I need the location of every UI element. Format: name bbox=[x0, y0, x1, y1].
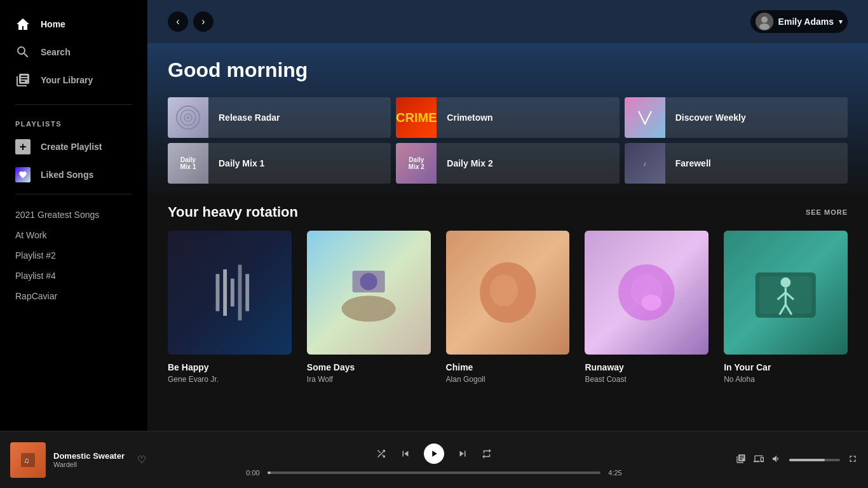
see-more-button[interactable]: SEE MORE bbox=[806, 208, 848, 216]
rotation-card-in-your-car[interactable]: In Your Car No Aloha bbox=[724, 231, 848, 384]
playlist-item[interactable]: RapCaviar bbox=[0, 286, 147, 306]
playlist-item[interactable]: 2021 Greatest Songs bbox=[0, 205, 147, 225]
svg-rect-10 bbox=[238, 265, 242, 321]
quick-pick-daily-mix-1[interactable]: DailyMix 1 Daily Mix 1 bbox=[168, 143, 391, 184]
play-pause-button[interactable] bbox=[424, 444, 444, 464]
player-track-section: ♫ Domestic Sweater Wardell ♡ bbox=[10, 442, 188, 478]
rotation-card-subtitle: Alan Gogoll bbox=[446, 375, 570, 384]
section-title-rotation: Your heavy rotation bbox=[168, 204, 298, 220]
player-track-name: Domestic Sweater bbox=[53, 451, 125, 461]
release-radar-art bbox=[168, 97, 208, 138]
create-playlist-button[interactable]: + Create Playlist bbox=[0, 133, 147, 161]
farewell-art: ♪ bbox=[625, 143, 665, 184]
search-icon bbox=[15, 44, 31, 60]
volume-button[interactable] bbox=[771, 454, 782, 466]
quick-pick-crimetown[interactable]: CRIME Crimetown bbox=[396, 97, 619, 138]
some-days-art bbox=[307, 231, 431, 355]
repeat-button[interactable] bbox=[481, 448, 492, 459]
greeting-heading: Good morning bbox=[168, 58, 848, 82]
progress-fill bbox=[268, 471, 271, 474]
svg-point-22 bbox=[781, 278, 791, 288]
playlists-section: PLAYLISTS + Create Playlist Liked Songs … bbox=[0, 110, 147, 316]
rotation-card-be-happy[interactable]: Be Happy Gene Evaro Jr. bbox=[168, 231, 292, 384]
player-artist-name: Wardell bbox=[53, 461, 125, 468]
forward-button[interactable]: › bbox=[193, 11, 214, 32]
plus-icon: + bbox=[15, 139, 31, 154]
svg-text:♫: ♫ bbox=[24, 456, 29, 465]
playlist-item[interactable]: Playlist #2 bbox=[0, 245, 147, 266]
previous-button[interactable] bbox=[400, 448, 411, 459]
svg-point-1 bbox=[761, 17, 768, 23]
daily-mix-2-art: DailyMix 2 bbox=[396, 143, 437, 184]
playlists-label: PLAYLISTS bbox=[0, 115, 147, 133]
rotation-card-subtitle: Ira Wolf bbox=[307, 375, 431, 384]
svg-point-19 bbox=[642, 295, 662, 311]
player-track-info: Domestic Sweater Wardell bbox=[53, 451, 125, 468]
crimetown-art: CRIME bbox=[396, 97, 437, 138]
quick-pick-label: Daily Mix 1 bbox=[208, 158, 275, 168]
home-icon bbox=[15, 17, 31, 32]
shuffle-button[interactable] bbox=[376, 448, 387, 459]
sidebar-item-search[interactable]: Search bbox=[0, 38, 147, 66]
avatar bbox=[756, 13, 773, 30]
rotation-card-title: Be Happy bbox=[168, 362, 292, 372]
time-current: 0:00 bbox=[243, 469, 262, 477]
user-menu[interactable]: Emily Adams ▾ bbox=[750, 10, 848, 33]
chime-art bbox=[446, 231, 570, 355]
section-header-rotation: Your heavy rotation SEE MORE bbox=[168, 204, 848, 220]
library-icon bbox=[15, 72, 31, 88]
be-happy-art bbox=[168, 231, 292, 355]
rotation-card-title: In Your Car bbox=[724, 362, 848, 372]
main-content: ‹ › Emily Adams ▾ Good morning bbox=[147, 0, 868, 431]
rotation-card-runaway[interactable]: Runaway Beast Coast bbox=[585, 231, 709, 384]
rotation-card-subtitle: No Aloha bbox=[724, 375, 848, 384]
liked-songs-icon bbox=[15, 167, 31, 182]
time-total: 4:25 bbox=[606, 469, 625, 477]
svg-point-12 bbox=[342, 296, 396, 322]
volume-fill bbox=[789, 459, 825, 461]
progress-bar[interactable] bbox=[268, 471, 600, 474]
player-bar: ♫ Domestic Sweater Wardell ♡ bbox=[0, 431, 868, 488]
next-button[interactable] bbox=[457, 448, 468, 459]
chevron-down-icon: ▾ bbox=[839, 17, 843, 26]
rotation-card-subtitle: Beast Coast bbox=[585, 375, 709, 384]
liked-songs-button[interactable]: Liked Songs bbox=[0, 161, 147, 189]
sidebar-item-home[interactable]: Home bbox=[0, 10, 147, 38]
quick-pick-discover-weekly[interactable]: Discover Weekly bbox=[625, 97, 848, 138]
quick-pick-release-radar[interactable]: Release Radar bbox=[168, 97, 391, 138]
playlist-list: 2021 Greatest Songs At Work Playlist #2 … bbox=[0, 200, 147, 311]
quick-pick-daily-mix-2[interactable]: DailyMix 2 Daily Mix 2 bbox=[396, 143, 619, 184]
quick-pick-label: Discover Weekly bbox=[665, 112, 756, 123]
svg-rect-8 bbox=[223, 269, 227, 316]
volume-bar[interactable] bbox=[789, 459, 840, 461]
rotation-grid: Be Happy Gene Evaro Jr. bbox=[168, 231, 848, 384]
svg-rect-7 bbox=[215, 274, 219, 311]
quick-picks-grid: Release Radar CRIME Crimetown Discover W… bbox=[168, 97, 848, 184]
sidebar-divider-2 bbox=[15, 194, 132, 194]
like-button[interactable]: ♡ bbox=[137, 454, 146, 466]
playlist-item[interactable]: Playlist #4 bbox=[0, 266, 147, 286]
back-button[interactable]: ‹ bbox=[168, 11, 188, 32]
playlist-item[interactable]: At Work bbox=[0, 225, 147, 245]
main-header: ‹ › Emily Adams ▾ bbox=[147, 0, 868, 43]
rotation-card-title: Some Days bbox=[307, 362, 431, 372]
devices-button[interactable] bbox=[754, 454, 764, 466]
sidebar-item-library[interactable]: Your Library bbox=[0, 66, 147, 94]
svg-point-2 bbox=[759, 24, 770, 30]
fullscreen-button[interactable] bbox=[848, 454, 858, 466]
rotation-card-chime[interactable]: Chime Alan Gogoll bbox=[446, 231, 570, 384]
queue-button[interactable] bbox=[736, 454, 746, 466]
player-center: 0:00 4:25 bbox=[188, 444, 680, 477]
svg-rect-11 bbox=[245, 274, 249, 311]
rotation-card-some-days[interactable]: Some Days Ira Wolf bbox=[307, 231, 431, 384]
quick-pick-farewell[interactable]: ♪ Farewell bbox=[625, 143, 848, 184]
quick-pick-label: Release Radar bbox=[208, 112, 290, 123]
svg-rect-9 bbox=[231, 278, 234, 306]
player-album-art: ♫ bbox=[10, 442, 46, 478]
player-progress: 0:00 4:25 bbox=[243, 469, 625, 477]
quick-pick-label: Crimetown bbox=[437, 112, 503, 123]
quick-pick-label: Farewell bbox=[665, 158, 721, 168]
player-controls bbox=[376, 444, 492, 464]
sidebar: Home Search Your Library PLAYLISTS + bbox=[0, 0, 147, 431]
player-right bbox=[680, 454, 858, 466]
